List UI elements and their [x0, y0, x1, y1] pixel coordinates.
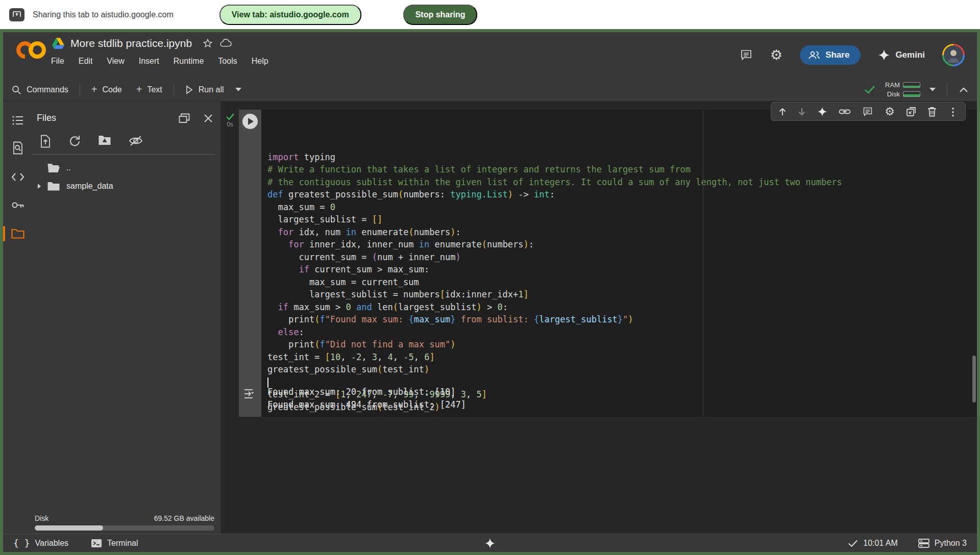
menu-insert[interactable]: Insert — [139, 57, 159, 66]
code-line[interactable]: test_int = [10, -2, 3, 4, -5, 6] — [267, 351, 977, 364]
runtime-stack-icon — [918, 539, 929, 548]
tab-sharing-banner: Sharing this tab to aistudio.google.com … — [0, 0, 980, 29]
comment-icon[interactable] — [862, 107, 873, 117]
hide-hidden-files-icon[interactable] — [129, 135, 143, 148]
code-line[interactable]: largest_sublist = numbers[idx:inner_idx+… — [267, 288, 977, 301]
menu-file[interactable]: File — [51, 57, 64, 66]
expand-chevron-icon[interactable] — [32, 183, 47, 190]
commands-button[interactable]: Commands — [11, 85, 68, 95]
move-cell-up-icon[interactable] — [778, 107, 787, 116]
tree-item-parent-dir[interactable]: .. — [32, 159, 220, 177]
tree-item-sample-data[interactable]: sample_data — [32, 177, 220, 195]
disk-label: Disk — [887, 90, 900, 98]
settings-gear-icon[interactable]: ⚙ — [770, 47, 782, 63]
colab-logo-icon[interactable] — [16, 39, 48, 61]
add-code-label: Code — [103, 85, 122, 94]
disk-available-text: 69.52 GB available — [154, 514, 214, 522]
gemini-chip[interactable]: Gemini — [878, 49, 925, 61]
toolbar-divider — [174, 83, 174, 97]
code-line[interactable]: # Write a function that takes a list of … — [267, 163, 977, 176]
share-button[interactable]: Share — [800, 45, 861, 65]
menu-view[interactable]: View — [107, 57, 124, 66]
close-panel-icon[interactable] — [203, 113, 213, 123]
move-cell-down-icon[interactable] — [798, 107, 806, 116]
run-all-button[interactable]: Run all — [185, 85, 224, 94]
code-line[interactable]: if max_sum > 0 and len(largest_sublist) … — [267, 301, 977, 314]
more-options-icon[interactable]: ⋮ — [948, 107, 958, 117]
code-editor-text[interactable]: import typing# Write a function that tak… — [261, 110, 977, 417]
code-line[interactable]: max_sum = current_sum — [267, 276, 977, 289]
run-menu-caret-icon[interactable] — [235, 88, 241, 91]
braces-icon: { } — [13, 538, 30, 548]
code-line[interactable]: def greatest_possible_sum(numbers: typin… — [267, 188, 977, 201]
code-line[interactable]: else: — [267, 326, 977, 339]
upload-file-icon[interactable] — [40, 135, 51, 148]
gemini-sparkle-icon[interactable] — [817, 107, 827, 117]
copy-link-icon[interactable] — [839, 108, 851, 115]
code-line[interactable]: # the contiguous sublist within the give… — [267, 176, 977, 189]
run-cell-button[interactable] — [242, 114, 258, 129]
code-line[interactable]: import typing — [267, 151, 977, 164]
code-cell: 0s import typing# Write a function that … — [221, 110, 977, 417]
code-line[interactable]: max_sum = 0 — [267, 201, 977, 214]
table-of-contents-icon[interactable] — [10, 113, 26, 128]
code-line[interactable]: greatest_possible_sum(test_int) — [267, 363, 977, 376]
cell-toolbar: ⚙ ⋮ — [771, 102, 966, 121]
colab-logo-right-ring — [29, 41, 46, 59]
menu-help[interactable]: Help — [252, 57, 268, 66]
comments-icon[interactable] — [740, 49, 753, 61]
code-line[interactable]: print(f"Did not find a max sum") — [267, 338, 977, 351]
code-line[interactable]: print(f"Found max sum: {max_sum} from su… — [267, 313, 977, 326]
disk-usage-label: Disk — [35, 514, 48, 522]
colab-window: More stdlib practice.ipynb File Edit Vie… — [0, 29, 980, 555]
delete-cell-icon[interactable] — [927, 107, 937, 117]
mirror-cell-icon[interactable] — [906, 107, 916, 117]
refresh-icon[interactable] — [68, 135, 81, 148]
status-bar: { } Variables Terminal 10:01 AM P — [3, 534, 977, 552]
cell-exec-time: 0s — [227, 121, 233, 128]
tree-item-label: sample_data — [66, 182, 113, 191]
view-tab-button[interactable]: View tab: aistudio.google.com — [219, 5, 361, 25]
play-icon — [248, 118, 254, 125]
output-actions-icon[interactable] — [243, 388, 257, 411]
plus-icon: + — [136, 84, 142, 95]
terminal-button[interactable]: Terminal — [91, 539, 138, 548]
code-line[interactable]: largest_sublist = [] — [267, 213, 977, 226]
star-icon[interactable] — [202, 38, 213, 49]
notebook-scrollbar-thumb[interactable] — [972, 356, 976, 402]
ram-usage-bar — [903, 82, 920, 88]
tree-item-label: .. — [66, 163, 71, 172]
cloud-save-icon[interactable] — [219, 38, 233, 49]
gemini-spark-button[interactable] — [484, 538, 496, 549]
code-line[interactable]: for inner_idx, inner_num in enumerate(nu… — [267, 238, 977, 251]
open-panel-in-tab-icon[interactable] — [179, 113, 190, 123]
code-line[interactable]: for idx, num in enumerate(numbers): — [267, 226, 977, 239]
variables-button[interactable]: { } Variables — [13, 538, 68, 548]
notebook-title[interactable]: More stdlib practice.ipynb — [70, 37, 192, 49]
menu-runtime[interactable]: Runtime — [174, 57, 204, 66]
cell-settings-gear-icon[interactable]: ⚙ — [885, 106, 895, 117]
files-folder-icon[interactable] — [10, 226, 26, 241]
active-panel-indicator — [3, 226, 5, 241]
menu-tools[interactable]: Tools — [218, 57, 237, 66]
kernel-label: Python 3 — [935, 539, 967, 548]
secrets-key-icon[interactable] — [10, 197, 26, 213]
kernel-selector[interactable]: Python 3 — [918, 539, 967, 548]
saved-check-icon — [848, 539, 858, 547]
find-replace-icon[interactable] — [10, 140, 26, 156]
folder-icon — [47, 181, 60, 191]
cell-output: Found max sum: 20 from sublist: [10]Foun… — [221, 386, 977, 411]
mount-drive-icon[interactable] — [98, 135, 111, 148]
disk-usage-bar — [903, 91, 920, 97]
add-text-button[interactable]: + Text — [136, 84, 162, 95]
menu-edit[interactable]: Edit — [79, 57, 93, 66]
avatar[interactable] — [942, 44, 965, 66]
stop-sharing-button[interactable]: Stop sharing — [403, 5, 478, 25]
add-code-button[interactable]: + Code — [91, 84, 122, 95]
code-line[interactable]: if current_sum > max_sum: — [267, 263, 977, 276]
code-line[interactable]: current_sum = (num + inner_num) — [267, 251, 977, 264]
collapse-toolbar-icon[interactable] — [959, 86, 969, 93]
resource-caret-icon[interactable] — [929, 88, 936, 91]
code-snippets-icon[interactable] — [10, 169, 26, 185]
resource-meter[interactable]: RAM Disk — [885, 81, 920, 98]
